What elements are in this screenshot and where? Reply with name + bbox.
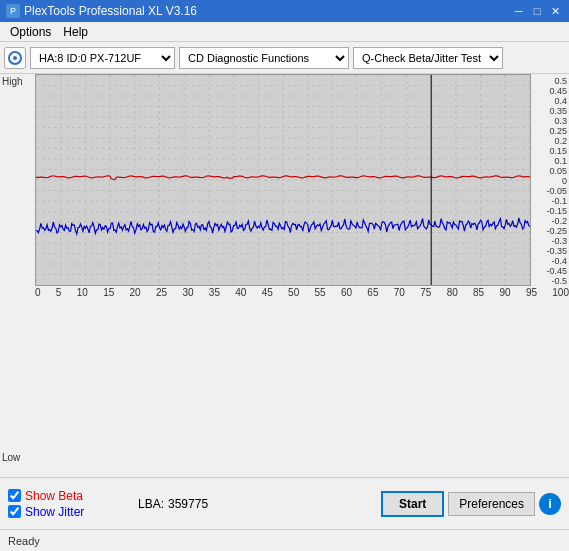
y-axis-left: High Low: [0, 74, 35, 477]
checkboxes: Show Beta Show Jitter: [8, 489, 128, 519]
chart-svg: [35, 74, 531, 286]
info-button[interactable]: i: [539, 493, 561, 515]
x-axis-label: 100: [552, 287, 569, 476]
y-axis-value: 0.45: [533, 86, 567, 96]
y-axis-value: 0.2: [533, 136, 567, 146]
preferences-button[interactable]: Preferences: [448, 492, 535, 516]
toolbar: HA:8 ID:0 PX-712UF CD Diagnostic Functio…: [0, 42, 569, 74]
drive-icon-btn[interactable]: [4, 47, 26, 69]
menu-bar: Options Help: [0, 22, 569, 42]
y-axis-right: 0.50.450.40.350.30.250.20.150.10.050-0.0…: [531, 74, 569, 286]
status-text: Ready: [8, 535, 40, 547]
x-axis-label: 30: [182, 287, 193, 476]
x-axis-label: 35: [209, 287, 220, 476]
y-axis-value: -0.35: [533, 246, 567, 256]
y-axis-value: 0.15: [533, 146, 567, 156]
title-bar-controls: ─ □ ✕: [511, 3, 563, 19]
svg-point-1: [13, 56, 17, 60]
y-axis-value: 0.1: [533, 156, 567, 166]
menu-options[interactable]: Options: [4, 23, 57, 41]
y-axis-value: 0.05: [533, 166, 567, 176]
chart-row: 0.50.450.40.350.30.250.20.150.10.050-0.0…: [35, 74, 569, 286]
app-title: PlexTools Professional XL V3.16: [24, 4, 197, 18]
show-jitter-label: Show Jitter: [25, 505, 84, 519]
drive-select[interactable]: HA:8 ID:0 PX-712UF: [30, 47, 175, 69]
close-button[interactable]: ✕: [547, 3, 563, 19]
maximize-button[interactable]: □: [529, 3, 545, 19]
y-high-label: High: [2, 76, 33, 87]
minimize-button[interactable]: ─: [511, 3, 527, 19]
app-icon: P: [6, 4, 20, 18]
x-axis-label: 10: [77, 287, 88, 476]
y-axis-value: -0.5: [533, 276, 567, 286]
x-axis: 0510152025303540455055606570758085909510…: [35, 286, 569, 477]
x-axis-label: 85: [473, 287, 484, 476]
x-axis-label: 70: [394, 287, 405, 476]
y-axis-value: -0.05: [533, 186, 567, 196]
chart-with-axes: 0.50.450.40.350.30.250.20.150.10.050-0.0…: [35, 74, 569, 477]
y-axis-value: -0.45: [533, 266, 567, 276]
menu-help[interactable]: Help: [57, 23, 94, 41]
y-axis-value: -0.2: [533, 216, 567, 226]
show-beta-label: Show Beta: [25, 489, 83, 503]
x-axis-label: 50: [288, 287, 299, 476]
x-axis-label: 15: [103, 287, 114, 476]
x-axis-label: 60: [341, 287, 352, 476]
y-low-label: Low: [2, 452, 33, 463]
x-axis-label: 80: [447, 287, 458, 476]
x-axis-label: 0: [35, 287, 41, 476]
chart-wrapper: High Low 0.50.450.40.350.30.250.20.150.1…: [0, 74, 569, 477]
start-button[interactable]: Start: [381, 491, 444, 517]
y-axis-value: -0.3: [533, 236, 567, 246]
x-axis-label: 75: [420, 287, 431, 476]
x-axis-label: 25: [156, 287, 167, 476]
y-axis-value: -0.25: [533, 226, 567, 236]
show-beta-checkbox[interactable]: [8, 489, 21, 502]
bottom-panel: Show Beta Show Jitter LBA: 359775 Start …: [0, 477, 569, 529]
title-bar-left: P PlexTools Professional XL V3.16: [6, 4, 197, 18]
test-select[interactable]: Q-Check Beta/Jitter Test: [353, 47, 503, 69]
y-axis-value: -0.4: [533, 256, 567, 266]
lba-label: LBA:: [138, 497, 164, 511]
y-axis-value: 0.3: [533, 116, 567, 126]
x-axis-label: 45: [262, 287, 273, 476]
x-axis-label: 20: [130, 287, 141, 476]
btn-area: Start Preferences i: [381, 491, 561, 517]
x-axis-label: 95: [526, 287, 537, 476]
x-axis-label: 40: [235, 287, 246, 476]
x-axis-label: 65: [367, 287, 378, 476]
y-axis-value: 0.4: [533, 96, 567, 106]
title-bar: P PlexTools Professional XL V3.16 ─ □ ✕: [0, 0, 569, 22]
y-axis-value: 0.35: [533, 106, 567, 116]
show-jitter-checkbox[interactable]: [8, 505, 21, 518]
x-axis-label: 55: [315, 287, 326, 476]
drive-icon: [8, 51, 22, 65]
x-axis-label: 90: [499, 287, 510, 476]
function-select[interactable]: CD Diagnostic Functions: [179, 47, 349, 69]
y-axis-value: 0.25: [533, 126, 567, 136]
show-jitter-row: Show Jitter: [8, 505, 128, 519]
lba-value: 359775: [168, 497, 208, 511]
lba-area: LBA: 359775: [138, 497, 381, 511]
y-axis-value: 0.5: [533, 76, 567, 86]
status-bar: Ready: [0, 529, 569, 551]
y-axis-value: -0.1: [533, 196, 567, 206]
y-axis-value: -0.15: [533, 206, 567, 216]
x-axis-label: 5: [56, 287, 62, 476]
show-beta-row: Show Beta: [8, 489, 128, 503]
y-axis-value: 0: [533, 176, 567, 186]
